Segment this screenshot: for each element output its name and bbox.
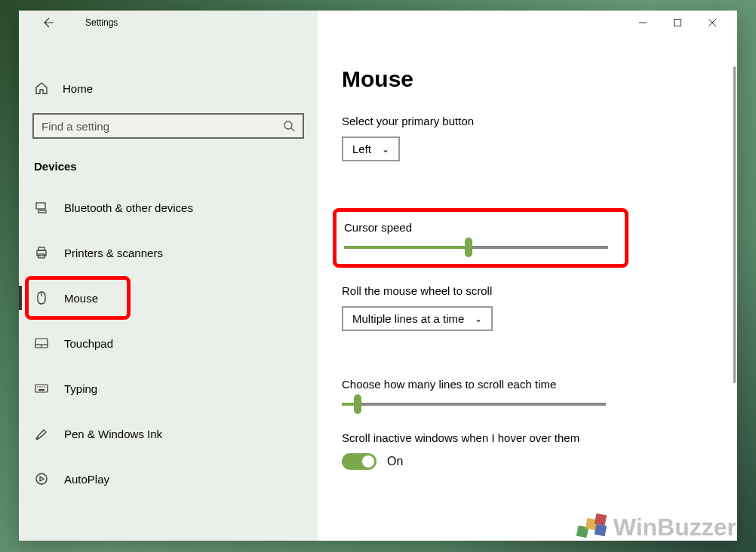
printer-icon bbox=[35, 246, 48, 259]
pen-icon bbox=[35, 427, 48, 440]
svg-point-17 bbox=[36, 474, 47, 484]
lines-section: Choose how many lines to scroll each tim… bbox=[342, 378, 707, 406]
scroll-mode-value: Multiple lines at a time bbox=[352, 312, 464, 325]
bluetooth-devices-icon bbox=[35, 201, 48, 214]
svg-point-12 bbox=[37, 386, 38, 388]
sidebar-item-printers[interactable]: Printers & scanners bbox=[19, 230, 318, 275]
back-button[interactable] bbox=[34, 11, 64, 35]
search-input[interactable] bbox=[41, 120, 283, 133]
back-arrow-icon bbox=[43, 17, 55, 29]
svg-point-14 bbox=[41, 386, 43, 388]
scroll-mode-section: Roll the mouse wheel to scroll Multiple … bbox=[342, 284, 707, 352]
lines-label: Choose how many lines to scroll each tim… bbox=[342, 378, 707, 391]
titlebar: Settings bbox=[19, 11, 318, 35]
sidebar-item-label: Touchpad bbox=[64, 337, 113, 350]
cursor-speed-slider[interactable] bbox=[344, 246, 608, 249]
primary-button-value: Left bbox=[352, 143, 371, 155]
watermark-text: WinBuzzer bbox=[613, 514, 736, 541]
sidebar-item-touchpad[interactable]: Touchpad bbox=[19, 320, 318, 366]
svg-point-15 bbox=[44, 386, 45, 388]
sidebar-item-bluetooth[interactable]: Bluetooth & other devices bbox=[19, 185, 318, 230]
svg-rect-16 bbox=[38, 389, 45, 391]
sidebar-item-label: Pen & Windows Ink bbox=[64, 428, 162, 440]
primary-button-label: Select your primary button bbox=[342, 115, 707, 127]
touchpad-icon bbox=[35, 338, 48, 348]
home-icon bbox=[35, 81, 48, 95]
scroll-mode-dropdown[interactable]: Multiple lines at a time ⌄ bbox=[342, 306, 493, 331]
winbuzzer-logo-icon bbox=[577, 514, 607, 541]
scroll-mode-label: Roll the mouse wheel to scroll bbox=[342, 284, 707, 297]
watermark: WinBuzzer bbox=[577, 514, 736, 541]
sidebar-item-pen[interactable]: Pen & Windows Ink bbox=[19, 411, 318, 456]
sidebar-item-label: Printers & scanners bbox=[64, 247, 163, 259]
svg-rect-4 bbox=[38, 247, 45, 250]
svg-rect-11 bbox=[35, 385, 48, 392]
sidebar-item-typing[interactable]: Typing bbox=[19, 366, 318, 411]
inactive-windows-section: Scroll inactive windows when I hover ove… bbox=[342, 431, 707, 470]
slider-thumb[interactable] bbox=[354, 394, 361, 414]
sidebar: Settings Home Devices Bluetooth & other … bbox=[19, 11, 318, 541]
search-box[interactable] bbox=[32, 113, 304, 139]
sidebar-home-label: Home bbox=[63, 82, 93, 95]
sidebar-item-label: Bluetooth & other devices bbox=[64, 201, 193, 214]
scrollbar[interactable] bbox=[733, 66, 736, 383]
inactive-windows-value: On bbox=[387, 455, 403, 468]
page-title: Mouse bbox=[342, 66, 707, 92]
minimize-button[interactable] bbox=[625, 11, 660, 35]
close-button[interactable] bbox=[695, 11, 730, 35]
close-icon bbox=[708, 18, 717, 27]
sidebar-item-label: Mouse bbox=[64, 292, 98, 305]
lines-slider[interactable] bbox=[342, 403, 606, 406]
search-icon bbox=[283, 120, 295, 132]
maximize-button[interactable] bbox=[660, 11, 695, 35]
svg-rect-1 bbox=[36, 203, 45, 209]
inactive-windows-toggle[interactable] bbox=[342, 453, 376, 470]
primary-button-dropdown[interactable]: Left ⌄ bbox=[342, 136, 400, 161]
sidebar-item-label: AutoPlay bbox=[64, 473, 109, 486]
primary-button-section: Select your primary button Left ⌄ bbox=[342, 115, 707, 182]
svg-point-0 bbox=[284, 121, 292, 129]
svg-rect-19 bbox=[675, 20, 681, 26]
sidebar-item-autoplay[interactable]: AutoPlay bbox=[19, 456, 318, 501]
sidebar-home[interactable]: Home bbox=[19, 74, 318, 103]
content-pane: Mouse Select your primary button Left ⌄ … bbox=[318, 11, 737, 541]
window-controls bbox=[625, 11, 730, 35]
keyboard-icon bbox=[35, 384, 48, 393]
settings-window: Settings Home Devices Bluetooth & other … bbox=[19, 11, 737, 541]
sidebar-item-label: Typing bbox=[64, 382, 97, 395]
mouse-icon bbox=[36, 291, 47, 305]
minimize-icon bbox=[638, 18, 647, 27]
svg-rect-2 bbox=[38, 210, 46, 213]
svg-point-13 bbox=[39, 386, 41, 388]
inactive-windows-label: Scroll inactive windows when I hover ove… bbox=[342, 431, 707, 444]
sidebar-category: Devices bbox=[34, 160, 318, 173]
sidebar-item-mouse[interactable]: Mouse bbox=[19, 275, 318, 320]
chevron-down-icon: ⌄ bbox=[382, 144, 389, 155]
autoplay-icon bbox=[35, 472, 48, 486]
chevron-down-icon: ⌄ bbox=[475, 314, 482, 324]
window-title: Settings bbox=[85, 17, 118, 28]
maximize-icon bbox=[673, 18, 682, 27]
cursor-speed-label: Cursor speed bbox=[344, 221, 611, 234]
slider-thumb[interactable] bbox=[465, 238, 472, 257]
annotation-highlight-cursor-speed: Cursor speed bbox=[333, 208, 628, 268]
